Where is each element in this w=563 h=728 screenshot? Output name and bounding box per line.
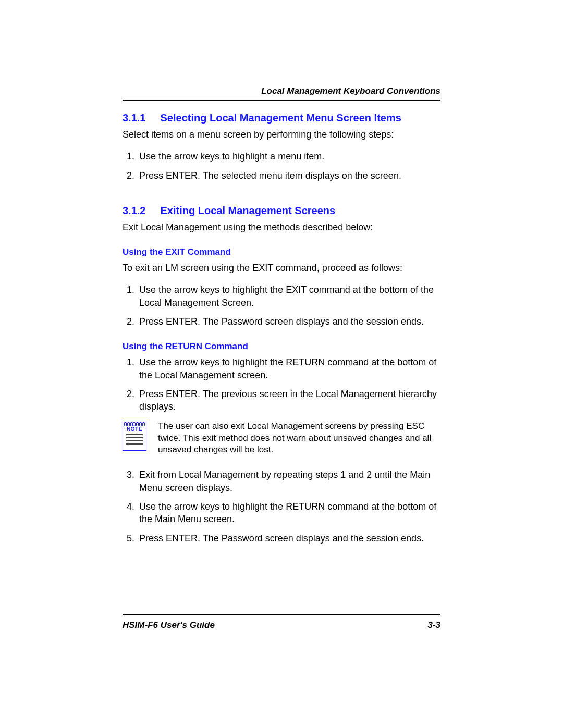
subheading-exit-command: Using the EXIT Command [123,247,440,257]
list-item: Use the arrow keys to highlight the RETU… [137,356,440,381]
list-item: Press ENTER. The Password screen display… [137,532,440,545]
list-item: Use the arrow keys to highlight a menu i… [137,150,440,163]
steps-list: Use the arrow keys to highlight a menu i… [123,150,440,182]
page-footer: HSIM-F6 User's Guide 3-3 [123,614,440,631]
list-item: Exit from Local Management by repeating … [137,468,440,494]
footer-guide-title: HSIM-F6 User's Guide [123,620,215,631]
steps-list: Use the arrow keys to highlight the EXIT… [123,283,440,328]
section-number: 3.1.2 [123,205,145,217]
footer-page-number: 3-3 [427,620,440,631]
sub-intro: To exit an LM screen using the EXIT comm… [123,262,440,274]
section-title: Selecting Local Management Menu Screen I… [160,112,401,124]
section-heading-3-1-2: 3.1.2Exiting Local Management Screens [123,205,440,217]
note-callout: NOTE The user can also exit Local Manage… [123,421,440,456]
section-heading-3-1-1: 3.1.1Selecting Local Management Menu Scr… [123,112,440,124]
steps-list: Use the arrow keys to highlight the RETU… [123,356,440,413]
section-intro: Exit Local Management using the methods … [123,221,440,233]
note-text: The user can also exit Local Management … [158,421,440,456]
steps-list: Exit from Local Management by repeating … [123,468,440,544]
list-item: Press ENTER. The previous screen in the … [137,388,440,413]
list-item: Press ENTER. The Password screen display… [137,315,440,328]
list-item: Press ENTER. The selected menu item disp… [137,169,440,182]
list-item: Use the arrow keys to highlight the EXIT… [137,283,440,309]
note-icon: NOTE [123,421,146,451]
list-item: Use the arrow keys to highlight the RETU… [137,500,440,526]
section-number: 3.1.1 [123,112,145,124]
note-label: NOTE [127,426,142,432]
running-header: Local Management Keyboard Conventions [123,86,440,101]
section-title: Exiting Local Management Screens [160,205,335,216]
subheading-return-command: Using the RETURN Command [123,341,440,352]
section-intro: Select items on a menu screen by perform… [123,128,440,141]
